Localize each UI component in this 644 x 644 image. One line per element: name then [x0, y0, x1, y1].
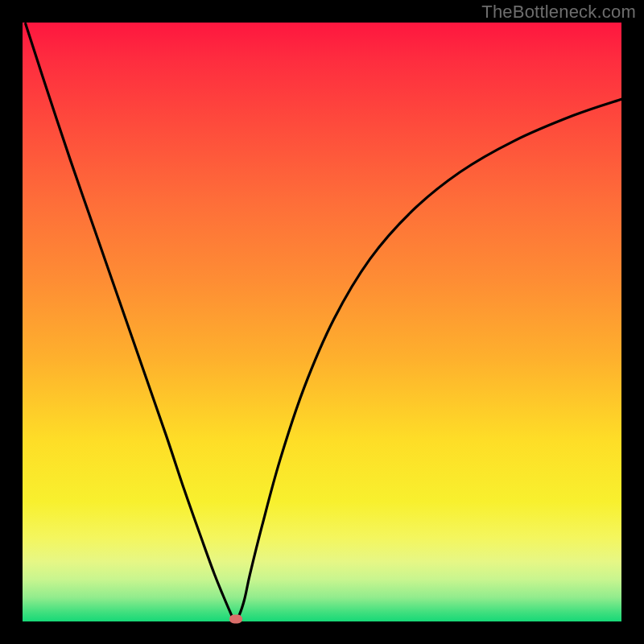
bottleneck-curve [23, 23, 621, 621]
watermark-text: TheBottleneck.com [481, 2, 636, 23]
chart-frame: TheBottleneck.com [0, 0, 644, 644]
plot-area [23, 23, 621, 621]
optimum-marker [229, 615, 242, 624]
